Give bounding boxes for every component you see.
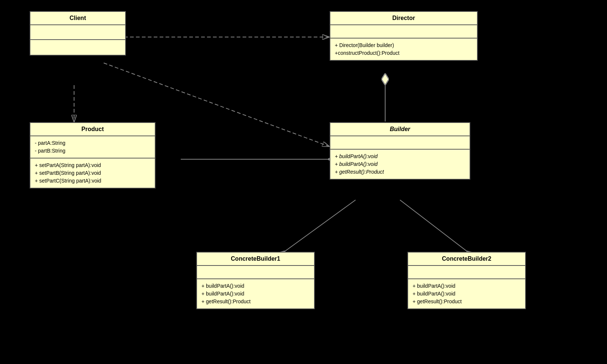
product-class-header: Product <box>30 123 155 136</box>
director-class-header: Director <box>330 12 477 25</box>
builder-method-1: + buildPartA():void <box>335 153 465 160</box>
concrete-builder1-section-2: + buildPartA():void + buildPartA():void … <box>197 279 314 308</box>
director-class: Director + Director(Builder builder) +co… <box>330 11 478 61</box>
concrete-builder2-class-header: ConcreteBuilder2 <box>408 253 525 266</box>
concrete-builder2-section-2: + buildPartA():void + buildPartA():void … <box>408 279 525 308</box>
concrete-builder1-class-header: ConcreteBuilder1 <box>197 253 314 266</box>
builder-class: Builder + buildPartA():void + buildPartA… <box>330 122 470 180</box>
cb2-method-2: + buildPartA():void <box>413 290 521 298</box>
builder-to-concrete2-arrow <box>400 200 467 251</box>
client-class-header: Client <box>30 12 125 25</box>
concrete-builder1-class: ConcreteBuilder1 + buildPartA():void + b… <box>196 252 315 309</box>
concrete-builder2-class: ConcreteBuilder2 + buildPartA():void + b… <box>407 252 526 309</box>
concrete-builder2-section-1 <box>408 266 525 279</box>
builder-to-concrete1-arrow <box>285 200 356 251</box>
builder-section-2: + buildPartA():void + buildPartA():void … <box>330 150 470 179</box>
builder-class-header: Builder <box>330 123 470 136</box>
product-section-2: + setPartA(String partA):void + setPartB… <box>30 158 155 188</box>
builder-method-2: + buildPartA():void <box>335 160 465 168</box>
director-section-2: + Director(Builder builder) +constructPr… <box>330 39 477 60</box>
product-section-1: - partA:String - partB:String <box>30 136 155 158</box>
product-class: Product - partA:String - partB:String + … <box>30 122 156 188</box>
cb1-method-2: + buildPartA():void <box>201 290 310 298</box>
client-section-1 <box>30 25 125 40</box>
client-class: Client <box>30 11 126 56</box>
product-attr-2: - partB:String <box>35 147 150 155</box>
cb2-method-3: + getResult():Product <box>413 298 521 305</box>
product-method-2: + setPartB(String partA):void <box>35 169 150 177</box>
product-attr-1: - partA:String <box>35 139 150 147</box>
product-method-1: + setPartA(String partA):void <box>35 161 150 169</box>
director-method-1: + Director(Builder builder) <box>335 41 473 49</box>
director-method-2: +constructProduct():Product <box>335 49 473 57</box>
diagram-canvas: Client Director + Director(Builder build… <box>0 0 607 364</box>
director-section-1 <box>330 25 477 39</box>
cb2-method-1: + buildPartA():void <box>413 282 521 290</box>
product-method-3: + setPartC(String partA):void <box>35 177 150 185</box>
builder-method-3: + getResult():Product <box>335 168 465 176</box>
concrete-builder1-section-1 <box>197 266 314 279</box>
builder-section-1 <box>330 136 470 150</box>
cb1-method-3: + getResult():Product <box>201 298 310 305</box>
client-section-2 <box>30 40 125 55</box>
cb1-method-1: + buildPartA():void <box>201 282 310 290</box>
